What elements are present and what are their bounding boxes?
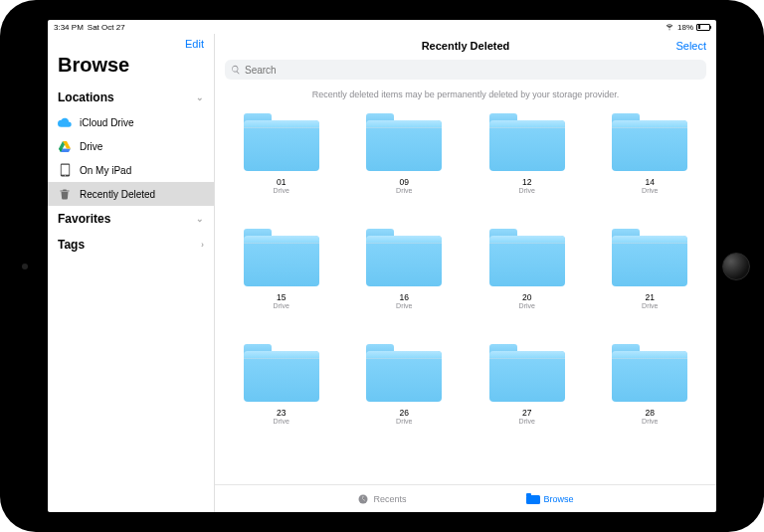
folder-name: 23: [277, 408, 286, 418]
folder-icon: [366, 344, 442, 402]
folder-source: Drive: [642, 302, 658, 309]
tab-recents[interactable]: Recents: [357, 493, 406, 505]
sidebar-item-gdrive[interactable]: Drive: [48, 134, 214, 158]
tab-bar: Recents Browse: [215, 484, 716, 512]
folder-source: Drive: [519, 302, 535, 309]
tab-browse-label: Browse: [544, 494, 574, 504]
chevron-down-icon: ⌄: [196, 92, 204, 102]
folder-item[interactable]: 26Drive: [364, 338, 444, 449]
folder-source: Drive: [396, 187, 412, 194]
folder-source: Drive: [274, 187, 289, 194]
folder-item[interactable]: 20Drive: [487, 223, 567, 334]
section-tags-label: Tags: [58, 238, 85, 252]
svg-point-2: [64, 175, 65, 176]
section-tags[interactable]: Tags ›: [48, 232, 214, 258]
folder-icon: [612, 229, 687, 286]
folder-source: Drive: [519, 418, 535, 425]
folder-name: 21: [646, 292, 655, 302]
sidebar-item-label: iCloud Drive: [80, 117, 133, 128]
sidebar-item-label: Recently Deleted: [80, 189, 155, 200]
folder-source: Drive: [642, 418, 658, 425]
search-field[interactable]: [245, 65, 700, 76]
folder-icon: [366, 113, 442, 171]
status-bar: 3:34 PM Sat Oct 27 18%: [48, 20, 716, 34]
folder-icon: [366, 229, 442, 286]
folder-icon: [244, 113, 319, 171]
folder-name: 28: [646, 408, 655, 418]
sidebar-item-recently-deleted[interactable]: Recently Deleted: [48, 182, 214, 206]
folder-name: 20: [522, 292, 531, 302]
cloud-icon: [58, 115, 72, 129]
folder-icon: [612, 344, 687, 402]
status-date: Sat Oct 27: [88, 23, 125, 32]
ipad-frame: 3:34 PM Sat Oct 27 18% Edit Browse Locat…: [0, 0, 764, 532]
folder-icon: [526, 493, 540, 504]
svg-rect-1: [61, 165, 69, 175]
folder-item[interactable]: 27Drive: [487, 338, 567, 449]
folder-name: 15: [277, 292, 286, 302]
page-title: Recently Deleted: [422, 40, 510, 52]
folder-name: 09: [400, 177, 409, 187]
tab-recents-label: Recents: [373, 494, 406, 504]
camera-dot: [22, 264, 28, 269]
folder-source: Drive: [396, 418, 412, 425]
folder-name: 01: [277, 177, 286, 187]
section-locations[interactable]: Locations ⌄: [48, 85, 214, 110]
folder-name: 14: [646, 177, 655, 187]
sidebar-item-onmyipad[interactable]: On My iPad: [48, 158, 214, 182]
chevron-right-icon: ›: [201, 240, 204, 250]
status-time: 3:34 PM: [54, 23, 84, 32]
folder-source: Drive: [274, 418, 289, 425]
sidebar: Edit Browse Locations ⌄ iCloud Drive: [48, 34, 215, 512]
screen: 3:34 PM Sat Oct 27 18% Edit Browse Locat…: [48, 20, 716, 512]
folder-item[interactable]: 14Drive: [610, 107, 689, 219]
folder-item[interactable]: 15Drive: [242, 223, 321, 334]
battery-percent: 18%: [677, 23, 693, 32]
trash-icon: [58, 187, 72, 201]
folder-name: 16: [400, 292, 409, 302]
folder-grid: 01Drive09Drive12Drive14Drive15Drive16Dri…: [215, 105, 716, 484]
folder-source: Drive: [642, 187, 658, 194]
clock-icon: [357, 493, 369, 505]
folder-name: 12: [522, 177, 531, 187]
folder-item[interactable]: 28Drive: [610, 338, 689, 449]
folder-item[interactable]: 01Drive: [242, 107, 321, 219]
content: Recently Deleted Select Recently deleted…: [215, 34, 716, 512]
edit-button[interactable]: Edit: [185, 38, 204, 50]
folder-icon: [244, 344, 319, 402]
folder-source: Drive: [274, 302, 289, 309]
search-input[interactable]: [225, 60, 706, 80]
ipad-icon: [58, 163, 72, 177]
sidebar-title: Browse: [48, 50, 214, 85]
section-locations-label: Locations: [58, 90, 114, 104]
folder-icon: [489, 229, 565, 286]
section-favorites-label: Favorites: [58, 212, 110, 226]
folder-icon: [612, 113, 687, 171]
folder-source: Drive: [519, 187, 535, 194]
folder-name: 27: [522, 408, 531, 418]
folder-name: 26: [400, 408, 409, 418]
section-favorites[interactable]: Favorites ⌄: [48, 206, 214, 232]
folder-item[interactable]: 09Drive: [364, 107, 444, 219]
chevron-down-icon: ⌄: [196, 214, 204, 224]
select-button[interactable]: Select: [675, 40, 706, 52]
folder-item[interactable]: 21Drive: [610, 223, 689, 334]
sidebar-item-label: On My iPad: [80, 165, 131, 176]
sidebar-item-label: Drive: [80, 141, 102, 152]
tab-browse[interactable]: Browse: [526, 493, 574, 504]
folder-icon: [489, 344, 565, 402]
search-icon: [231, 65, 241, 75]
battery-icon: [696, 24, 710, 31]
info-note: Recently deleted items may be permanentl…: [215, 86, 716, 105]
folder-source: Drive: [396, 302, 412, 309]
wifi-icon: [665, 23, 674, 31]
gdrive-icon: [58, 139, 72, 153]
folder-item[interactable]: 16Drive: [364, 223, 444, 334]
folder-item[interactable]: 23Drive: [242, 338, 321, 449]
home-button[interactable]: [722, 253, 750, 280]
folder-item[interactable]: 12Drive: [487, 107, 567, 219]
folder-icon: [244, 229, 319, 286]
folder-icon: [489, 113, 565, 171]
sidebar-item-icloud[interactable]: iCloud Drive: [48, 110, 214, 134]
